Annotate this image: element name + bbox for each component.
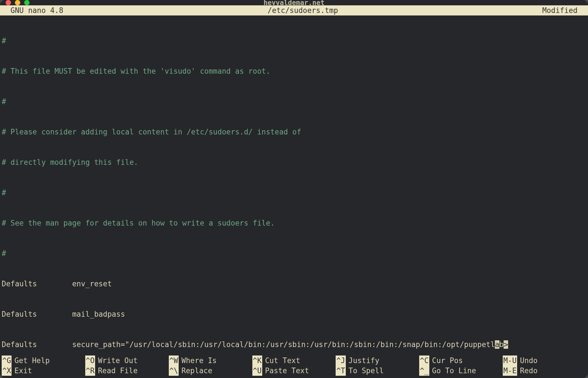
minimize-icon[interactable] bbox=[15, 0, 20, 5]
shortcut-key: ^C bbox=[419, 356, 429, 366]
shortcut-exit[interactable]: ^XExit bbox=[2, 366, 85, 376]
editor-line: # bbox=[2, 249, 6, 258]
editor-line: # bbox=[2, 37, 6, 45]
shortcut-redo[interactable]: M-ERedo bbox=[503, 366, 586, 376]
shortcut-key: ^J bbox=[336, 356, 345, 366]
shortcut-key: ^G bbox=[2, 356, 12, 366]
shortcut-key: ^_ bbox=[419, 366, 429, 376]
shortcut-paste-text[interactable]: ^UPaste Text bbox=[252, 366, 336, 376]
shortcut-label: Paste Text bbox=[265, 366, 309, 376]
editor-line: Defaults env_reset bbox=[2, 280, 112, 288]
shortcut-row: ^GGet Help ^OWrite Out ^WWhere Is ^KCut … bbox=[2, 356, 586, 366]
shortcut-label: Cur Pos bbox=[432, 356, 463, 366]
shortcut-key: ^K bbox=[252, 356, 262, 366]
shortcut-read-file[interactable]: ^RRead File bbox=[85, 366, 169, 376]
shortcut-key: ^\ bbox=[169, 366, 179, 376]
shortcut-label: Go To Line bbox=[432, 366, 476, 376]
shortcut-key: M-E bbox=[503, 366, 517, 376]
shortcut-label: Redo bbox=[520, 366, 538, 376]
editor-line: # This file MUST be edited with the 'vis… bbox=[2, 67, 270, 75]
shortcut-label: Replace bbox=[181, 366, 212, 376]
editor-line: Defaults mail_badpass bbox=[2, 310, 125, 318]
shortcut-label: To Spell bbox=[349, 366, 384, 376]
nano-filename: /etc/sudoers.tmp bbox=[63, 5, 542, 15]
shortcut-label: Cut Text bbox=[265, 356, 300, 366]
shortcut-key: ^R bbox=[85, 366, 95, 376]
shortcut-key: ^W bbox=[169, 356, 179, 366]
editor-area[interactable]: # # This file MUST be edited with the 'v… bbox=[0, 15, 588, 356]
shortcut-cur-pos[interactable]: ^CCur Pos bbox=[419, 356, 503, 366]
shortcut-key: ^O bbox=[85, 356, 95, 366]
shortcut-cut-text[interactable]: ^KCut Text bbox=[252, 356, 336, 366]
close-icon[interactable] bbox=[6, 0, 11, 5]
shortcut-key: ^T bbox=[336, 366, 345, 376]
editor-line: b bbox=[499, 340, 504, 349]
line-continuation-icon: > bbox=[504, 340, 508, 349]
shortcut-label: Read File bbox=[98, 366, 138, 376]
editor-line: # directly modifying this file. bbox=[2, 158, 138, 166]
shortcut-replace[interactable]: ^\Replace bbox=[169, 366, 252, 376]
shortcut-label: Undo bbox=[520, 356, 538, 366]
nano-status: Modified bbox=[542, 5, 586, 15]
nano-header: GNU nano 4.8 /etc/sudoers.tmp Modified bbox=[0, 5, 588, 15]
nano-app-name: GNU nano 4.8 bbox=[2, 5, 63, 15]
shortcut-undo[interactable]: M-UUndo bbox=[503, 356, 586, 366]
editor-line: # bbox=[2, 97, 6, 106]
shortcut-key: ^U bbox=[252, 366, 262, 376]
shortcut-label: Write Out bbox=[98, 356, 138, 366]
shortcut-row: ^XExit ^RRead File ^\Replace ^UPaste Tex… bbox=[2, 366, 586, 376]
titlebar: heyvaldemar.net bbox=[0, 0, 588, 5]
window-controls bbox=[6, 0, 30, 5]
terminal-window: heyvaldemar.net GNU nano 4.8 /etc/sudoer… bbox=[0, 0, 588, 378]
shortcut-key: M-U bbox=[503, 356, 517, 366]
editor-line: Defaults secure_path="/usr/local/sbin:/u… bbox=[2, 340, 495, 349]
shortcut-to-spell[interactable]: ^TTo Spell bbox=[336, 366, 419, 376]
shortcut-label: Justify bbox=[349, 356, 380, 366]
shortcut-key: ^X bbox=[2, 366, 12, 376]
shortcut-go-to-line[interactable]: ^_Go To Line bbox=[419, 366, 503, 376]
shortcut-label: Get Help bbox=[14, 356, 50, 366]
shortcut-get-help[interactable]: ^GGet Help bbox=[2, 356, 85, 366]
editor-line: # See the man page for details on how to… bbox=[2, 219, 275, 227]
zoom-icon[interactable] bbox=[24, 0, 30, 5]
cursor: a bbox=[495, 340, 499, 349]
shortcut-where-is[interactable]: ^WWhere Is bbox=[169, 356, 252, 366]
editor-line: # Please consider adding local content i… bbox=[2, 128, 301, 136]
shortcut-label: Where Is bbox=[181, 356, 217, 366]
editor-line: # bbox=[2, 188, 6, 197]
shortcut-label: Exit bbox=[14, 366, 32, 376]
shortcut-write-out[interactable]: ^OWrite Out bbox=[85, 356, 169, 366]
shortcut-bar: ^GGet Help ^OWrite Out ^WWhere Is ^KCut … bbox=[0, 356, 588, 378]
shortcut-justify[interactable]: ^JJustify bbox=[336, 356, 419, 366]
